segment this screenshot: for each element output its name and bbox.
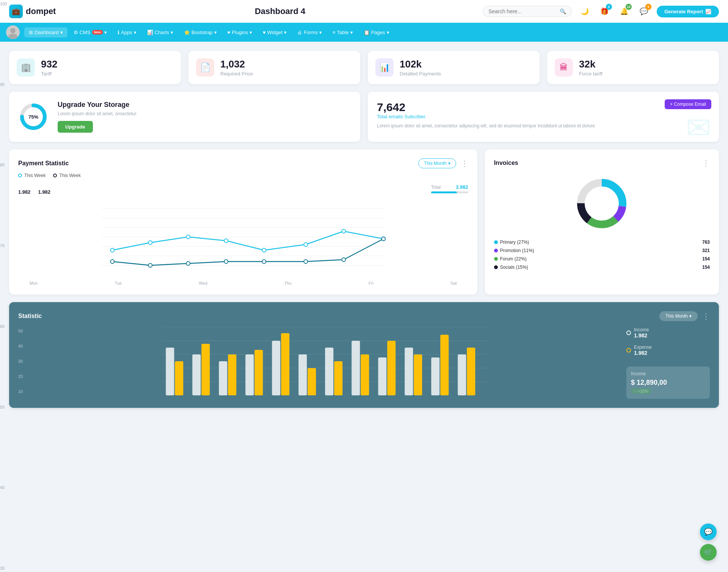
nav-item-pages[interactable]: 📋 Pages ▾ xyxy=(359,27,394,38)
invoices-legend: Primary (27%) 763 Promotion (11%) 321 Fo… xyxy=(494,240,710,270)
svg-rect-49 xyxy=(308,368,316,395)
svg-rect-54 xyxy=(378,357,387,395)
required-price-icon: 📄 xyxy=(196,58,214,77)
nav-item-table[interactable]: ≡ Table ▾ xyxy=(328,27,358,38)
svg-rect-56 xyxy=(405,348,413,395)
table-icon: ≡ xyxy=(333,30,336,35)
cms-icon: ⚙ xyxy=(74,30,78,35)
moon-icon[interactable]: 🌙 xyxy=(578,5,592,18)
svg-rect-45 xyxy=(255,350,263,395)
nav-item-widget[interactable]: ♥ Widget ▾ xyxy=(258,27,291,38)
logo-area: 💼 dompet xyxy=(9,5,77,18)
svg-rect-39 xyxy=(175,361,184,395)
svg-rect-47 xyxy=(281,333,290,395)
dashboard-chevron: ▾ xyxy=(60,30,63,35)
svg-rect-44 xyxy=(246,354,254,395)
compose-email-button[interactable]: + Compose Email xyxy=(665,99,711,109)
dashboard-icon: ⊞ xyxy=(29,30,33,35)
payment-title: Payment Statistic xyxy=(18,160,69,167)
income-dot xyxy=(626,331,631,335)
expense-item: Expense 1.982 xyxy=(626,345,710,356)
stat-info-tariff: 932 Tariff xyxy=(41,58,57,77)
gift-badge: 2 xyxy=(606,4,612,10)
email-card: + Compose Email 7,642 Total emails Subcr… xyxy=(368,92,719,142)
tariff-icon: 🏢 xyxy=(17,58,35,77)
detailed-payments-label: Detalled Payments xyxy=(400,71,441,77)
svg-rect-60 xyxy=(458,354,466,395)
statistic-header: Statistic This Month ▾ ⋮ xyxy=(18,311,710,321)
nav-item-dashboard[interactable]: ⊞ Dashboard ▾ xyxy=(24,27,67,38)
nav-item-apps[interactable]: ℹ Apps ▾ xyxy=(113,27,141,38)
nav-item-forms[interactable]: 🖨 Forms ▾ xyxy=(293,27,326,38)
apps-icon: ℹ xyxy=(118,30,119,35)
gift-icon[interactable]: 🎁 2 xyxy=(598,5,611,18)
widget-chevron: ▾ xyxy=(284,30,287,35)
charts-icon: 📊 xyxy=(147,30,153,35)
nav-item-charts[interactable]: 📊 Charts ▾ xyxy=(143,27,178,38)
bootstrap-icon: ⭐ xyxy=(184,30,190,35)
payment-statistic-card: Payment Statistic This Month ▾ ⋮ This We… xyxy=(9,149,477,295)
email-desc: Lorem ipsum dolor sit amet, consectetur … xyxy=(377,122,710,129)
invoices-title: Invoices xyxy=(494,160,518,166)
stat-info-required-price: 1,032 Required Price xyxy=(220,58,253,77)
statistic-card: Statistic This Month ▾ ⋮ 5040302010 xyxy=(9,302,719,408)
primary-dot xyxy=(494,240,498,244)
search-input[interactable] xyxy=(488,8,557,14)
statistic-options-button[interactable]: ⋮ xyxy=(702,312,710,321)
invoices-donut xyxy=(573,175,630,232)
invoices-card: Invoices ⋮ xyxy=(485,149,719,295)
plugins-chevron: ▾ xyxy=(249,30,252,35)
plugins-icon: ♥ xyxy=(228,30,231,35)
promotion-dot xyxy=(494,249,498,252)
forms-chevron: ▾ xyxy=(319,30,322,35)
svg-rect-50 xyxy=(325,348,334,395)
legend-dot-2 xyxy=(53,174,57,177)
generate-report-button[interactable]: Generate Report 📈 xyxy=(657,6,719,17)
forms-icon: 🖨 xyxy=(297,30,302,35)
cms-chevron: ▾ xyxy=(104,30,107,35)
bootstrap-chevron: ▾ xyxy=(214,30,217,35)
nav-item-plugins[interactable]: ♥ Plugins ▾ xyxy=(223,27,257,38)
svg-point-22 xyxy=(186,262,190,265)
pages-chevron: ▾ xyxy=(387,30,389,35)
table-chevron: ▾ xyxy=(350,30,353,35)
charts-row: Payment Statistic This Month ▾ ⋮ This We… xyxy=(9,149,719,295)
search-icon: 🔍 xyxy=(560,8,566,14)
upgrade-button[interactable]: Upgrade xyxy=(58,121,93,133)
statistic-month-button[interactable]: This Month ▾ xyxy=(659,311,698,321)
bar-y-axis: 5040302010 xyxy=(18,327,28,395)
stat-card-detailed-payments: 📊 102k Detalled Payments xyxy=(368,51,540,84)
legend-socials: Socials (15%) 154 xyxy=(494,265,710,270)
nav-item-bootstrap[interactable]: ⭐ Bootstrap ▾ xyxy=(179,27,221,38)
legend-item-1: This Week xyxy=(18,173,46,178)
svg-rect-51 xyxy=(334,361,343,395)
invoices-options-button[interactable]: ⋮ xyxy=(702,158,710,168)
svg-rect-58 xyxy=(431,357,440,395)
invoices-header: Invoices ⋮ xyxy=(494,158,710,168)
main-content: 🏢 932 Tariff 📄 1,032 Required Price 📊 10… xyxy=(0,42,728,417)
statistic-title: Statistic xyxy=(18,313,42,320)
svg-point-23 xyxy=(224,260,228,263)
nav-item-cms[interactable]: ⚙ CMS New ▾ xyxy=(69,27,111,38)
svg-point-14 xyxy=(186,235,190,239)
svg-point-24 xyxy=(262,260,266,263)
bar-chart-area: 5040302010 xyxy=(18,327,619,399)
chat-icon[interactable]: 💬 5 xyxy=(637,5,651,18)
payment-options-button[interactable]: ⋮ xyxy=(461,159,468,168)
line-chart-svg xyxy=(18,201,468,277)
search-box[interactable]: 🔍 xyxy=(483,6,572,17)
svg-rect-38 xyxy=(166,348,174,395)
storage-card: 75% Upgrade Your Storage Lorem ipsum dol… xyxy=(9,92,360,142)
income-badge: ↑ +15% xyxy=(631,388,651,394)
svg-rect-46 xyxy=(272,341,281,395)
payment-header: Payment Statistic This Month ▾ ⋮ xyxy=(18,158,468,168)
stat-cards-row: 🏢 932 Tariff 📄 1,032 Required Price 📊 10… xyxy=(9,51,719,84)
storage-title: Upgrade Your Storage xyxy=(58,101,137,109)
this-month-button[interactable]: This Month ▾ xyxy=(418,158,456,168)
stat-card-required-price: 📄 1,032 Required Price xyxy=(188,51,360,84)
storage-percent: 75% xyxy=(28,114,38,120)
expense-dot xyxy=(626,348,631,353)
legend-values: 1.982 1.982 Total 3.982 xyxy=(18,184,468,199)
bell-icon[interactable]: 🔔 12 xyxy=(617,5,631,18)
svg-rect-42 xyxy=(219,361,228,395)
